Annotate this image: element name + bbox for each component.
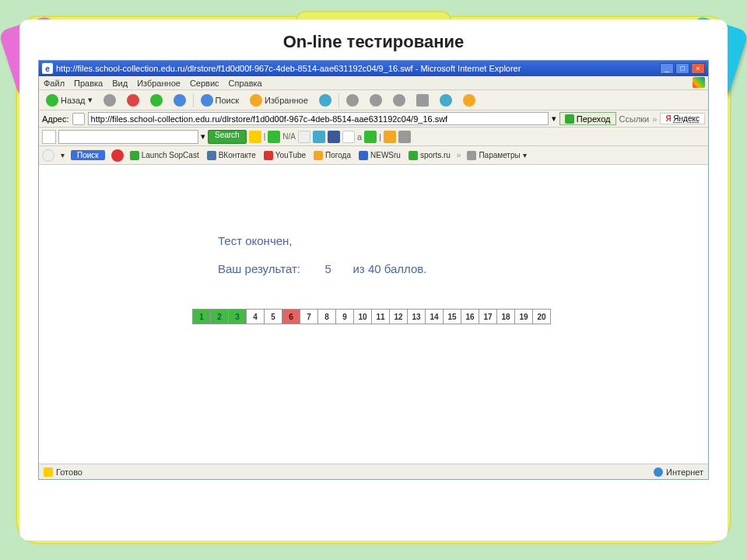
back-icon — [46, 94, 58, 107]
tool-icon-4[interactable] — [342, 131, 355, 143]
print-icon — [370, 94, 382, 107]
home-icon — [174, 94, 186, 107]
menu-view[interactable]: Вид — [112, 79, 128, 88]
refresh-icon — [150, 94, 163, 107]
go-button[interactable]: Переход — [559, 112, 616, 125]
na-label: N/A — [282, 132, 296, 141]
bookmark-вконтакте[interactable]: ВКонтакте — [207, 151, 256, 160]
question-cell-4[interactable]: 4 — [246, 309, 265, 324]
tool-icon-6[interactable] — [398, 131, 411, 143]
search-dropdown-2[interactable]: ▾ — [61, 151, 65, 159]
forward-icon — [103, 94, 116, 107]
misc-button[interactable] — [459, 93, 479, 108]
magnifier-icon[interactable] — [42, 149, 54, 162]
question-cell-13[interactable]: 13 — [407, 309, 426, 324]
print-button[interactable] — [366, 93, 386, 108]
refresh-button[interactable] — [146, 93, 167, 108]
tool-icon-2[interactable] — [268, 131, 280, 143]
question-cell-6[interactable]: 6 — [282, 309, 300, 324]
windows-flag-icon — [693, 77, 705, 88]
star-icon — [250, 94, 262, 107]
result-label: Ваш результат: — [218, 262, 300, 275]
favicon — [359, 151, 368, 160]
menu-tools[interactable]: Сервис — [190, 79, 219, 88]
bookmark-sports.ru[interactable]: sports.ru — [409, 151, 451, 160]
bookmark-launch-sopcast[interactable]: Launch SopCast — [130, 151, 199, 160]
question-cell-15[interactable]: 15 — [443, 309, 461, 324]
bookmark-погода[interactable]: Погода — [314, 151, 351, 160]
question-cell-1[interactable]: 1 — [192, 309, 211, 324]
chevron-down-icon: ▾ — [88, 95, 93, 105]
history-icon — [319, 94, 331, 107]
window-title: http://files.school-collection.edu.ru/dl… — [56, 64, 660, 73]
facebook-icon[interactable] — [328, 131, 340, 143]
question-cell-20[interactable]: 20 — [532, 309, 551, 324]
favorites-button[interactable]: Избранное — [246, 93, 312, 108]
parameters-link[interactable]: Параметры▾ — [467, 151, 526, 160]
search-toolbar: ▾ Search | N/A a | — [39, 128, 708, 146]
yandex-link[interactable]: Я Яндекс — [660, 113, 705, 124]
menu-edit[interactable]: Правка — [74, 79, 103, 88]
question-cell-18[interactable]: 18 — [496, 309, 515, 324]
favicon — [207, 151, 216, 160]
tool-k-button[interactable] — [412, 93, 433, 108]
question-cell-19[interactable]: 19 — [514, 309, 533, 324]
question-cell-14[interactable]: 14 — [425, 309, 444, 324]
minimize-button[interactable]: _ — [660, 63, 674, 74]
question-cell-10[interactable]: 10 — [353, 309, 372, 324]
mail-button[interactable] — [342, 93, 363, 108]
question-cell-3[interactable]: 3 — [228, 309, 247, 324]
stop-button[interactable] — [123, 93, 143, 108]
menu-bar: Файл Правка Вид Избранное Сервис Справка — [39, 76, 708, 90]
test-finished-label: Тест окончен, — [218, 227, 426, 255]
question-cell-9[interactable]: 9 — [335, 309, 354, 324]
tool-icon-1[interactable] — [249, 131, 261, 143]
page-content: Тест окончен, Ваш результат: 5 из 40 бал… — [39, 165, 708, 464]
question-cell-7[interactable]: 7 — [300, 309, 318, 324]
question-cell-11[interactable]: 11 — [371, 309, 390, 324]
question-cell-2[interactable]: 2 — [210, 309, 229, 324]
question-cell-8[interactable]: 8 — [317, 309, 336, 324]
menu-help[interactable]: Справка — [229, 79, 262, 88]
window-titlebar[interactable]: e http://files.school-collection.edu.ru/… — [39, 61, 708, 76]
search-dropdown-icon[interactable]: ▾ — [201, 131, 205, 142]
page-title: On-line тестирование — [19, 32, 728, 52]
question-cell-12[interactable]: 12 — [389, 309, 408, 324]
links-label[interactable]: Ссылки — [619, 114, 650, 124]
skype-button[interactable] — [436, 93, 456, 108]
maximize-button[interactable]: □ — [675, 63, 689, 74]
status-bar: Готово Интернет — [39, 464, 708, 479]
ask-icon[interactable] — [111, 149, 124, 162]
home-button[interactable] — [170, 93, 190, 108]
address-input[interactable] — [88, 112, 549, 125]
dropdown-icon[interactable]: ▾ — [552, 114, 556, 124]
search-provider-icon[interactable] — [42, 130, 56, 144]
rss-icon[interactable] — [384, 131, 396, 143]
menu-file[interactable]: Файл — [44, 79, 65, 88]
edit-button[interactable] — [389, 93, 409, 108]
ie-icon: e — [42, 63, 53, 74]
tool-icon-5[interactable] — [364, 131, 377, 143]
back-button[interactable]: Назад▾ — [42, 93, 96, 108]
search-input[interactable] — [58, 130, 198, 144]
search-button[interactable]: Поиск — [197, 93, 243, 108]
question-cell-5[interactable]: 5 — [264, 309, 282, 324]
history-button[interactable] — [315, 93, 335, 108]
question-cell-17[interactable]: 17 — [479, 309, 497, 324]
close-button[interactable]: × — [691, 63, 705, 74]
forward-button[interactable] — [100, 93, 120, 108]
bookmark-newsru[interactable]: NEWSru — [359, 151, 401, 160]
gear-icon — [467, 151, 476, 160]
bookmark-youtube[interactable]: YouTube — [264, 151, 306, 160]
of-points-label: из 40 баллов. — [352, 262, 426, 275]
bookmarks-bar: ▾ Поиск Launch SopCastВКонтактеYouTubeПо… — [39, 146, 708, 165]
twitter-icon[interactable] — [313, 131, 325, 143]
tool-icon-3[interactable] — [298, 131, 310, 143]
status-icon — [44, 467, 53, 477]
menu-favorites[interactable]: Избранное — [137, 79, 181, 88]
address-label: Адрес: — [42, 114, 69, 124]
skype-icon — [440, 94, 452, 107]
poisk-button[interactable]: Поиск — [71, 150, 105, 160]
search-go-button[interactable]: Search — [208, 130, 247, 144]
question-cell-16[interactable]: 16 — [461, 309, 479, 324]
